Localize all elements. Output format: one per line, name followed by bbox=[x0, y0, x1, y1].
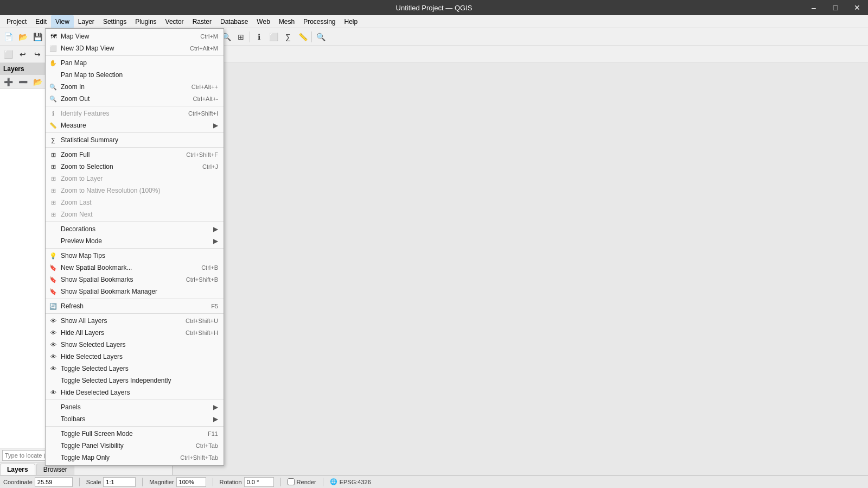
menu-raster[interactable]: Raster bbox=[188, 15, 216, 28]
hide-deselected-layers-label: Hide Deselected Layers bbox=[61, 389, 130, 396]
toggle-fullscreen-shortcut: F11 bbox=[208, 430, 218, 437]
menu-item-map-view[interactable]: 🗺Map ViewCtrl+M bbox=[46, 30, 224, 42]
menu-item-zoom-in[interactable]: 🔍Zoom InCtrl+Alt++ bbox=[46, 81, 224, 93]
tb-identify[interactable]: ℹ bbox=[252, 30, 266, 44]
tab-layers[interactable]: Layers bbox=[0, 464, 35, 475]
rotation-section: Rotation bbox=[220, 477, 274, 487]
tb-sum[interactable]: ∑ bbox=[281, 30, 295, 44]
zoom-out-shortcut: Ctrl+Alt+- bbox=[193, 96, 218, 102]
panels-arrow: ▶ bbox=[213, 403, 218, 411]
rotation-input[interactable] bbox=[244, 477, 274, 487]
menu-item-new-3d-map-view[interactable]: ⬜New 3D Map ViewCtrl+Alt+M bbox=[46, 42, 224, 54]
tb2-3[interactable]: ↪ bbox=[30, 47, 44, 61]
show-all-layers-label: Show All Layers bbox=[61, 317, 107, 325]
map-view-icon: 🗺 bbox=[49, 32, 58, 41]
view-dropdown-menu: 🗺Map ViewCtrl+M⬜New 3D Map ViewCtrl+Alt+… bbox=[45, 28, 224, 466]
show-spatial-bookmarks-label: Show Spatial Bookmarks bbox=[61, 276, 133, 283]
menu-item-toggle-panel-visibility[interactable]: Toggle Panel VisibilityCtrl+Tab bbox=[46, 440, 224, 452]
title-bar: Untitled Project — QGIS – □ ✕ bbox=[0, 0, 868, 15]
menu-item-decorations[interactable]: Decorations▶ bbox=[46, 223, 224, 235]
menu-item-zoom-out[interactable]: 🔍Zoom OutCtrl+Alt+- bbox=[46, 93, 224, 105]
menu-item-hide-deselected-layers[interactable]: 👁Hide Deselected Layers bbox=[46, 386, 224, 398]
identify-features-icon: ℹ bbox=[49, 109, 58, 118]
tb-new[interactable]: 📄 bbox=[1, 30, 15, 44]
pan-map-selection-label: Pan Map to Selection bbox=[61, 71, 123, 79]
menu-item-panels[interactable]: Panels▶ bbox=[46, 401, 224, 413]
tb-save[interactable]: 💾 bbox=[30, 30, 44, 44]
menu-vector[interactable]: Vector bbox=[161, 15, 188, 28]
maximize-button[interactable]: □ bbox=[825, 0, 846, 15]
show-spatial-bookmarks-icon: 🔖 bbox=[49, 275, 58, 284]
tb-search[interactable]: 🔍 bbox=[314, 30, 328, 44]
menu-plugins[interactable]: Plugins bbox=[131, 15, 161, 28]
menu-item-show-spatial-bookmarks[interactable]: 🔖Show Spatial BookmarksCtrl+Shift+B bbox=[46, 274, 224, 286]
menu-project[interactable]: Project bbox=[2, 15, 31, 28]
menu-help[interactable]: Help bbox=[340, 15, 362, 28]
show-map-tips-label: Show Map Tips bbox=[61, 252, 105, 259]
menu-item-show-map-tips[interactable]: 💡Show Map Tips bbox=[46, 250, 224, 262]
menu-item-refresh[interactable]: 🔄RefreshF5 bbox=[46, 300, 224, 312]
tb-open[interactable]: 📂 bbox=[16, 30, 30, 44]
menu-layer[interactable]: Layer bbox=[74, 15, 99, 28]
measure-arrow: ▶ bbox=[213, 122, 218, 129]
new-3d-map-view-shortcut: Ctrl+Alt+M bbox=[190, 45, 218, 52]
menu-mesh[interactable]: Mesh bbox=[275, 15, 299, 28]
app-wrapper: Untitled Project — QGIS – □ ✕ Project Ed… bbox=[0, 0, 868, 488]
identify-features-shortcut: Ctrl+Shift+I bbox=[188, 110, 218, 117]
menu-processing[interactable]: Processing bbox=[299, 15, 340, 28]
menu-item-zoom-layer: ⊞Zoom to Layer bbox=[46, 173, 224, 185]
tb2-2[interactable]: ↩ bbox=[16, 47, 30, 61]
menu-item-show-selected-layers[interactable]: 👁Show Selected Layers bbox=[46, 339, 224, 351]
epsg-label[interactable]: EPSG:4326 bbox=[340, 479, 371, 485]
menu-item-pan-map[interactable]: ✋Pan Map bbox=[46, 57, 224, 69]
menu-item-toggle-selected-layers[interactable]: 👁Toggle Selected Layers bbox=[46, 363, 224, 375]
zoom-out-label: Zoom Out bbox=[61, 95, 90, 103]
layers-tb-open[interactable]: 📂 bbox=[30, 75, 44, 89]
minimize-button[interactable]: – bbox=[803, 0, 825, 15]
status-sep-4 bbox=[280, 478, 281, 486]
scale-input[interactable] bbox=[103, 477, 136, 487]
menu-separator bbox=[46, 55, 224, 56]
zoom-selection-shortcut: Ctrl+J bbox=[202, 163, 218, 170]
status-sep-5 bbox=[323, 478, 323, 486]
layers-tb-add[interactable]: ➕ bbox=[1, 75, 15, 89]
layers-tb-remove[interactable]: ➖ bbox=[16, 75, 30, 89]
menu-item-pan-map-selection[interactable]: Pan Map to Selection bbox=[46, 69, 224, 81]
menu-separator bbox=[46, 248, 224, 249]
zoom-layer-icon: ⊞ bbox=[49, 174, 58, 183]
magnifier-input[interactable] bbox=[176, 477, 206, 487]
coordinate-input[interactable] bbox=[35, 477, 73, 487]
panels-label: Panels bbox=[61, 403, 81, 411]
menu-item-show-all-layers[interactable]: 👁Show All LayersCtrl+Shift+U bbox=[46, 315, 224, 327]
menu-item-zoom-selection[interactable]: ⊞Zoom to SelectionCtrl+J bbox=[46, 161, 224, 173]
menu-item-hide-all-layers[interactable]: 👁Hide All LayersCtrl+Shift+H bbox=[46, 327, 224, 339]
tb2-1[interactable]: ⬜ bbox=[1, 47, 15, 61]
menu-item-preview-mode[interactable]: Preview Mode▶ bbox=[46, 235, 224, 247]
menu-item-toolbars[interactable]: Toolbars▶ bbox=[46, 413, 224, 425]
menu-item-toggle-fullscreen[interactable]: Toggle Full Screen ModeF11 bbox=[46, 428, 224, 440]
menu-web[interactable]: Web bbox=[252, 15, 274, 28]
tb-zoom-sel[interactable]: ⊞ bbox=[234, 30, 248, 44]
menu-item-toggle-map-only[interactable]: Toggle Map OnlyCtrl+Shift+Tab bbox=[46, 452, 224, 464]
coordinate-label: Coordinate bbox=[3, 479, 33, 485]
menu-edit[interactable]: Edit bbox=[31, 15, 51, 28]
menu-item-statistical-summary[interactable]: ∑Statistical Summary bbox=[46, 134, 224, 146]
epsg-section: 🌐 EPSG:4326 bbox=[330, 478, 371, 485]
menu-separator bbox=[46, 132, 224, 133]
menu-view[interactable]: View bbox=[51, 15, 74, 28]
render-checkbox[interactable] bbox=[288, 478, 295, 485]
menu-settings[interactable]: Settings bbox=[99, 15, 131, 28]
menu-item-new-spatial-bookmark[interactable]: 🔖New Spatial Bookmark...Ctrl+B bbox=[46, 262, 224, 274]
menu-item-show-spatial-bookmark-manager[interactable]: 🔖Show Spatial Bookmark Manager bbox=[46, 286, 224, 297]
coordinate-section: Coordinate bbox=[3, 477, 73, 487]
menu-item-toggle-selected-independently[interactable]: Toggle Selected Layers Independently bbox=[46, 375, 224, 386]
close-button[interactable]: ✕ bbox=[846, 0, 868, 15]
new-spatial-bookmark-label: New Spatial Bookmark... bbox=[61, 264, 132, 271]
menu-item-measure[interactable]: 📏Measure▶ bbox=[46, 119, 224, 131]
menu-item-zoom-full[interactable]: ⊞Zoom FullCtrl+Shift+F bbox=[46, 149, 224, 161]
menu-item-hide-selected-layers[interactable]: 👁Hide Selected Layers bbox=[46, 351, 224, 363]
map-area[interactable] bbox=[173, 63, 868, 475]
menu-database[interactable]: Database bbox=[216, 15, 252, 28]
tb-measure[interactable]: 📏 bbox=[296, 30, 310, 44]
tb-select[interactable]: ⬜ bbox=[266, 30, 280, 44]
